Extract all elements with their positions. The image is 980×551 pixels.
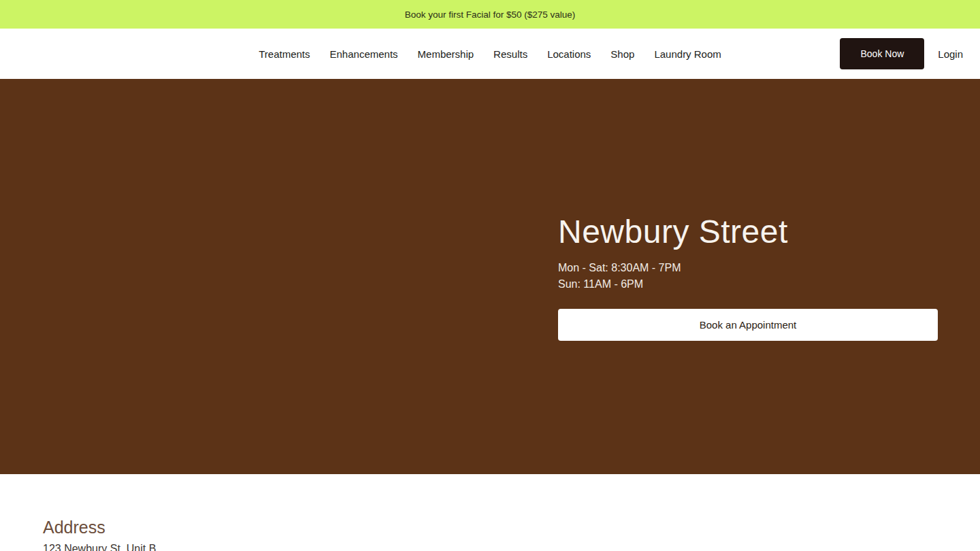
nav-item-enhancements[interactable]: Enhancements xyxy=(330,48,398,60)
nav-item-locations[interactable]: Locations xyxy=(547,48,591,60)
hours-line-weekdays: Mon - Sat: 8:30AM - 7PM xyxy=(558,260,938,276)
book-appointment-button[interactable]: Book an Appointment xyxy=(558,309,938,341)
nav-item-treatments[interactable]: Treatments xyxy=(259,48,310,60)
nav-item-shop[interactable]: Shop xyxy=(610,48,634,60)
address-section: Address 123 Newbury St, Unit B xyxy=(0,474,980,551)
nav-item-membership[interactable]: Membership xyxy=(418,48,474,60)
hero-content: Newbury Street Mon - Sat: 8:30AM - 7PM S… xyxy=(558,213,938,341)
hero-section: Newbury Street Mon - Sat: 8:30AM - 7PM S… xyxy=(0,79,980,474)
book-now-button[interactable]: Book Now xyxy=(840,38,924,69)
login-link[interactable]: Login xyxy=(938,48,963,60)
top-nav: Treatments Enhancements Membership Resul… xyxy=(0,29,980,79)
nav-menu: Treatments Enhancements Membership Resul… xyxy=(259,48,721,60)
nav-item-laundry-room[interactable]: Laundry Room xyxy=(654,48,721,60)
promo-banner: Book your first Facial for $50 ($275 val… xyxy=(0,0,980,29)
nav-item-results[interactable]: Results xyxy=(493,48,527,60)
hours-line-sunday: Sun: 11AM - 6PM xyxy=(558,276,938,293)
promo-banner-text: Book your first Facial for $50 ($275 val… xyxy=(405,10,576,20)
nav-right-group: Book Now Login xyxy=(840,38,980,69)
address-line: 123 Newbury St, Unit B xyxy=(43,543,980,551)
address-heading: Address xyxy=(43,517,980,537)
location-title: Newbury Street xyxy=(558,213,938,250)
